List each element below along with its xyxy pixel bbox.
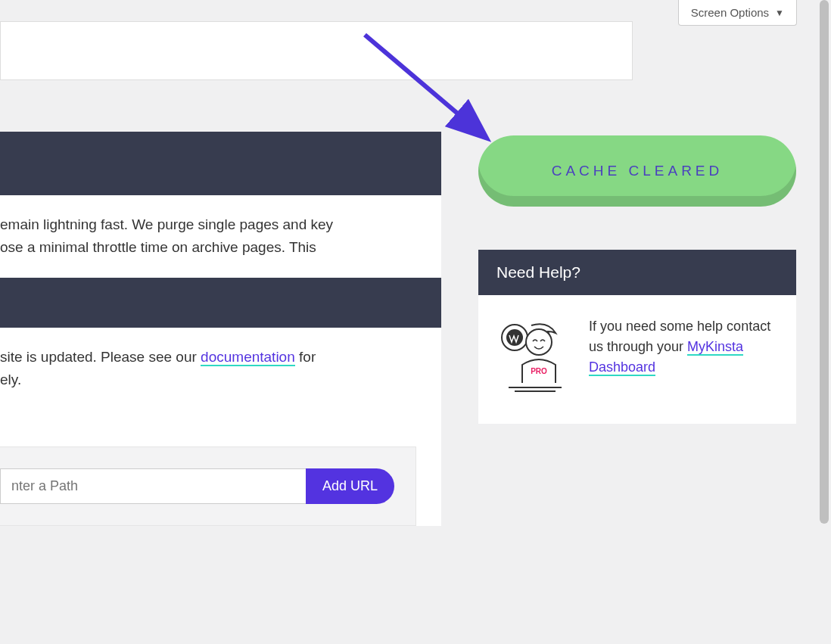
add-url-row: Add URL: [0, 446, 416, 526]
vertical-scrollbar[interactable]: [817, 0, 831, 644]
para2-part3: ely.: [0, 372, 21, 387]
documentation-link[interactable]: documentation: [201, 349, 295, 366]
help-panel-body: PRO If you need some help contact us thr…: [478, 295, 796, 424]
help-panel: Need Help? PRO: [478, 250, 796, 424]
support-illustration: PRO: [496, 316, 571, 395]
main-column: emain lightning fast. We purge single pa…: [0, 132, 441, 526]
help-text-part1: If you need some help contact us through…: [589, 319, 770, 354]
para2-part1: site is updated. Please see our: [0, 349, 201, 365]
add-url-button[interactable]: Add URL: [306, 468, 394, 504]
section-header-1: [0, 132, 441, 195]
para1-line2: ose a minimal throttle time on archive p…: [0, 239, 316, 255]
top-panel: [0, 21, 633, 80]
chevron-down-icon: ▼: [775, 8, 784, 18]
para1-line1: emain lightning fast. We purge single pa…: [0, 216, 333, 232]
path-input[interactable]: [0, 468, 306, 504]
help-panel-title: Need Help?: [478, 250, 796, 295]
scrollbar-thumb[interactable]: [820, 0, 829, 524]
help-text: If you need some help contact us through…: [589, 316, 778, 378]
para2-part2: for: [295, 349, 316, 365]
screen-options-button[interactable]: Screen Options ▼: [678, 0, 797, 26]
svg-point-4: [526, 329, 552, 355]
pro-badge-text: PRO: [531, 367, 547, 375]
section-2-text: site is updated. Please see our document…: [0, 328, 441, 410]
screen-options-label: Screen Options: [691, 6, 769, 19]
section-1-text: emain lightning fast. We purge single pa…: [0, 195, 441, 278]
cache-cleared-button[interactable]: CACHE CLEARED: [478, 135, 796, 207]
section-header-2: [0, 278, 441, 328]
